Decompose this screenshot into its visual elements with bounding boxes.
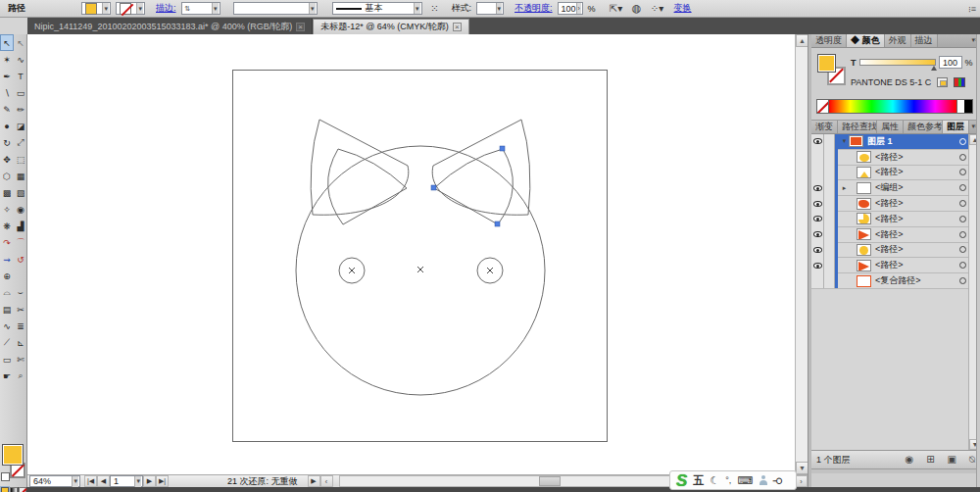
- lock-toggle[interactable]: [824, 165, 835, 180]
- line-tool[interactable]: ∖: [0, 84, 14, 101]
- previous-artboard-button[interactable]: ◀: [97, 475, 110, 487]
- horizontal-scrollbar-thumb[interactable]: [539, 476, 561, 486]
- selection-tool[interactable]: ↖: [0, 34, 14, 51]
- transform-link[interactable]: 变换: [674, 2, 692, 15]
- vertical-scrollbar[interactable]: ▲ ▼: [795, 34, 808, 474]
- type-tool[interactable]: T: [14, 68, 27, 84]
- visibility-toggle[interactable]: [811, 196, 824, 212]
- layer-thumbnail[interactable]: [857, 228, 871, 240]
- dock-group1-tab-2[interactable]: ◆ 颜色: [847, 34, 885, 47]
- align-icon[interactable]: ⁘▾: [650, 2, 665, 16]
- layer-thumbnail[interactable]: [857, 151, 871, 163]
- graph-tool[interactable]: ▟: [14, 218, 27, 234]
- symbol-sprayer-tool[interactable]: ❋: [0, 218, 14, 234]
- zoom-tool[interactable]: ⌕: [14, 368, 27, 384]
- visibility-toggle[interactable]: [811, 165, 824, 180]
- target-circle-icon[interactable]: [959, 231, 966, 238]
- stepper-icon[interactable]: ⇅: [185, 5, 191, 13]
- layer-name[interactable]: <路径>: [875, 228, 904, 241]
- scissors-tool[interactable]: ✂: [14, 301, 27, 318]
- color-button[interactable]: [1, 487, 9, 492]
- sogou-logo-icon[interactable]: S: [676, 472, 687, 489]
- dock-group2-tab-4[interactable]: 颜色参考: [904, 121, 943, 133]
- layer-name[interactable]: <编组>: [875, 181, 904, 194]
- style-combo[interactable]: ▾: [476, 2, 504, 15]
- expander-icon[interactable]: ▸: [840, 184, 849, 192]
- close-icon[interactable]: ×: [453, 23, 462, 31]
- layer-name[interactable]: <路径>: [875, 213, 904, 225]
- spectrum-black-swatch[interactable]: [964, 100, 972, 113]
- lock-toggle[interactable]: [824, 258, 835, 273]
- lock-toggle[interactable]: [824, 149, 835, 165]
- collapse-panel-icon[interactable]: ⁝≡: [968, 4, 976, 14]
- layer-name[interactable]: <路径>: [875, 197, 904, 210]
- gradient-tool[interactable]: ▧: [14, 184, 27, 201]
- layer-name[interactable]: <路径>: [875, 243, 904, 256]
- perspective-selection-tool[interactable]: ⊕: [0, 268, 14, 284]
- spectrum-white-swatch[interactable]: [956, 100, 964, 113]
- ime-mode-label[interactable]: 五: [693, 473, 704, 488]
- tint-slider[interactable]: [859, 59, 936, 66]
- blend-tool[interactable]: ◉: [14, 201, 27, 218]
- layer-thumbnail[interactable]: [857, 167, 871, 178]
- free-transform-tool[interactable]: ⬚: [14, 151, 27, 168]
- layer-thumbnail[interactable]: [857, 260, 871, 271]
- layer-row-6[interactable]: <路径>: [811, 212, 980, 227]
- target-circle-icon[interactable]: [959, 184, 966, 191]
- ime-punctuation-icon[interactable]: °,: [725, 475, 731, 485]
- layer-row-8[interactable]: <路径>: [811, 243, 980, 259]
- target-circle-icon[interactable]: [959, 262, 966, 269]
- ime-account-icon[interactable]: [759, 475, 767, 485]
- cat-right-ear-outer[interactable]: [432, 120, 530, 215]
- lock-toggle[interactable]: [824, 242, 835, 258]
- eraser-tool[interactable]: ◪: [14, 118, 27, 134]
- tint-slider-handle[interactable]: [931, 66, 937, 71]
- color-mode-icon[interactable]: [954, 77, 965, 87]
- visibility-toggle[interactable]: [811, 273, 824, 289]
- layer-thumbnail[interactable]: [857, 213, 871, 224]
- last-artboard-button[interactable]: ▶|: [156, 475, 169, 487]
- zoom-level-combo[interactable]: 64% ▾: [29, 475, 80, 487]
- delete-layer-icon[interactable]: ⍉: [969, 454, 975, 466]
- direct-selection-tool[interactable]: ↖: [14, 34, 27, 51]
- layer-thumbnail[interactable]: [857, 275, 871, 287]
- opacity-value-box[interactable]: 100 ›: [558, 2, 583, 15]
- layer-row-3[interactable]: <路径>: [811, 166, 980, 181]
- layer-name[interactable]: 图层 1: [867, 135, 893, 148]
- artboard-tool-2[interactable]: ▭: [0, 351, 14, 368]
- ime-settings-wrench-icon[interactable]: ⚲: [771, 476, 784, 484]
- paintbrush-tool[interactable]: ✎: [0, 101, 14, 118]
- lock-toggle[interactable]: [824, 226, 835, 242]
- pencil-tool[interactable]: ✏: [14, 101, 27, 118]
- out-of-gamut-icon[interactable]: [937, 77, 948, 87]
- make-clipping-mask-icon[interactable]: ◉: [905, 454, 913, 466]
- stroke-color-combo[interactable]: ▾: [116, 2, 145, 15]
- ime-keyboard-icon[interactable]: ⌨: [737, 474, 753, 487]
- none-button[interactable]: [19, 487, 26, 492]
- new-layer-icon[interactable]: ▣: [948, 454, 956, 466]
- stroke-color-swatch[interactable]: [120, 3, 131, 15]
- document-tab-1[interactable]: Nipic_1411249_20100202003515033183.ai* @…: [27, 19, 313, 34]
- layer-thumbnail[interactable]: [849, 135, 863, 147]
- spectrum-none-swatch[interactable]: [817, 100, 829, 113]
- opacity-link[interactable]: 不透明度:: [514, 2, 553, 15]
- ime-halfmoon-icon[interactable]: ☾: [710, 474, 719, 487]
- visibility-toggle[interactable]: [811, 211, 824, 226]
- eyedropper-tool[interactable]: ✧: [0, 201, 14, 218]
- rectangle-tool[interactable]: ▭: [14, 84, 27, 101]
- document-tab-2[interactable]: 未标题-12* @ 64% (CMYK/轮廓)×: [313, 19, 469, 34]
- default-fill-stroke-icon[interactable]: [1, 472, 10, 481]
- dock-group1-tab-1[interactable]: 透明度: [811, 34, 847, 47]
- dock-group2-tab-2[interactable]: 路径查找器: [838, 121, 877, 133]
- target-circle-icon[interactable]: [959, 200, 966, 207]
- first-artboard-button[interactable]: |◀: [84, 475, 97, 487]
- lock-toggle[interactable]: [824, 196, 835, 212]
- layer-name[interactable]: <路径>: [875, 151, 904, 164]
- layer-thumbnail[interactable]: [857, 182, 871, 194]
- fill-color-combo[interactable]: ▾: [81, 2, 111, 15]
- dock-group2-tab-1[interactable]: 渐变: [811, 121, 838, 133]
- dock-group2-tab-3[interactable]: 属性: [877, 121, 904, 133]
- width-profile-combo[interactable]: ▾: [233, 2, 318, 15]
- layer-thumbnail[interactable]: [857, 198, 871, 210]
- measure-tool[interactable]: ⟋: [0, 334, 14, 351]
